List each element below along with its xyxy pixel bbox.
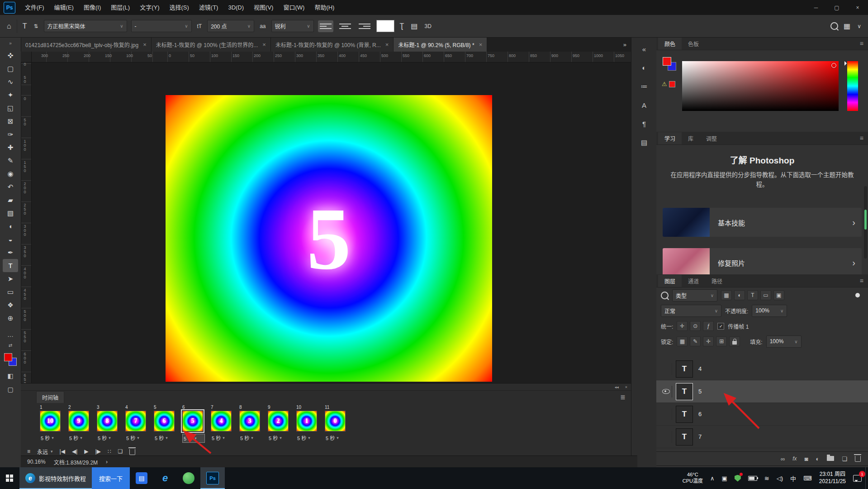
unify-style-icon[interactable]: ƒ: [703, 321, 714, 331]
menu-item-9[interactable]: 视图(V): [249, 0, 278, 15]
filter-type-icon[interactable]: T: [747, 290, 758, 300]
type-tool-preset-icon[interactable]: T: [21, 22, 28, 30]
timeline-frame-2[interactable]: 295 秒▾: [68, 405, 91, 443]
convert-timeline-icon[interactable]: ≡: [27, 448, 30, 455]
quick-selection-tool[interactable]: ✦: [3, 88, 18, 101]
timeline-frame-3[interactable]: 385 秒▾: [97, 405, 119, 443]
layers-tab-1[interactable]: 图层: [658, 275, 682, 287]
propagate-frame-checkbox[interactable]: ✓: [717, 323, 724, 330]
text-color-swatch[interactable]: [376, 20, 394, 32]
frame-thumbnail[interactable]: 1: [296, 411, 317, 431]
swap-colors-icon[interactable]: ⇄: [9, 343, 12, 348]
unify-position-icon[interactable]: ✛: [677, 321, 688, 331]
touch-keyboard-icon[interactable]: ⌨: [800, 467, 816, 489]
clone-stamp-tool[interactable]: ◉: [3, 167, 18, 180]
tween-button[interactable]: ∷: [108, 448, 111, 455]
antialias-select[interactable]: 锐利: [271, 20, 314, 32]
horizontal-ruler[interactable]: 3002502001501005005010015020025030035040…: [21, 52, 631, 62]
delete-frame-button[interactable]: [129, 449, 135, 455]
fill-select[interactable]: 100%: [766, 336, 802, 348]
timeline-frame-9[interactable]: 925 秒▾: [268, 405, 290, 443]
learn-card-2[interactable]: 修复照片›: [663, 248, 862, 275]
lock-all-icon[interactable]: [729, 336, 740, 346]
3d-button[interactable]: 3D: [423, 23, 432, 29]
timeline-collapse-icon[interactable]: ◂◂: [615, 385, 619, 389]
align-center-button[interactable]: [337, 20, 353, 32]
rectangle-tool[interactable]: ▭: [3, 285, 18, 298]
collapse-toolbar-icon[interactable]: »: [9, 37, 12, 49]
saturation-brightness-field[interactable]: [682, 61, 839, 111]
document-tab-2[interactable]: 未标题-1-恢复的 @ 100% (生活的世界的...×: [152, 37, 271, 52]
menu-item-2[interactable]: 编辑(E): [49, 0, 79, 15]
layer-thumbnail[interactable]: T: [676, 360, 693, 378]
timeline-frame-10[interactable]: 1015 秒▾: [296, 405, 319, 443]
menu-item-6[interactable]: 选择(S): [164, 0, 194, 15]
layer-visibility-toggle[interactable]: [660, 431, 672, 443]
security-tray-icon[interactable]: [731, 467, 745, 489]
filter-smartobject-icon[interactable]: ▣: [773, 290, 784, 300]
menu-item-10[interactable]: 窗口(W): [278, 0, 309, 15]
eraser-tool[interactable]: ▰: [3, 193, 18, 206]
adjustment-layer-icon[interactable]: ◐: [816, 455, 819, 462]
tab-close-icon[interactable]: ×: [143, 41, 147, 48]
hue-slider[interactable]: [847, 61, 858, 111]
search-icon[interactable]: [830, 22, 838, 30]
frame-thumbnail[interactable]: 9: [68, 411, 89, 431]
foreground-color-swatch[interactable]: [4, 353, 12, 361]
align-left-button[interactable]: [318, 20, 333, 32]
timeline-frame-4[interactable]: 475 秒▾: [125, 405, 148, 443]
learn-tab-2[interactable]: 库: [682, 132, 700, 144]
frame-duration-select[interactable]: 5 秒▾: [268, 434, 290, 442]
filter-shape-icon[interactable]: ▭: [760, 290, 771, 300]
gamut-color-swatch[interactable]: [669, 81, 675, 87]
quick-mask-icon[interactable]: ◧: [7, 372, 13, 379]
properties-panel-icon[interactable]: ≔: [641, 82, 648, 91]
timeline-frame-11[interactable]: 1105 秒▾: [325, 405, 347, 443]
opacity-select[interactable]: 100%: [752, 305, 787, 317]
zoom-tool[interactable]: ⊕: [3, 312, 18, 325]
menu-item-7[interactable]: 滤镜(T): [194, 0, 223, 15]
filter-toggle[interactable]: [855, 293, 860, 297]
layers-tab-menu-icon[interactable]: ≡: [860, 277, 863, 284]
lock-transparent-icon[interactable]: ▦: [677, 336, 688, 346]
layer-thumbnail[interactable]: T: [676, 383, 693, 400]
restore-button[interactable]: ▢: [826, 0, 847, 15]
new-group-icon[interactable]: [827, 455, 834, 462]
frame-duration-select[interactable]: 5 秒▾: [97, 434, 119, 442]
menu-item-5[interactable]: 文字(Y): [135, 0, 164, 15]
healing-brush-tool[interactable]: ✚: [3, 141, 18, 154]
menu-item-8[interactable]: 3D(D): [223, 0, 249, 15]
filter-adjustment-icon[interactable]: ◐: [734, 290, 745, 300]
timeline-close-icon[interactable]: ×: [625, 385, 627, 389]
layer-row-4[interactable]: T4: [656, 358, 868, 380]
path-selection-tool[interactable]: ➤: [3, 272, 18, 285]
expand-panels-icon[interactable]: «: [642, 45, 646, 53]
font-style-select[interactable]: -: [131, 20, 192, 32]
type-tool[interactable]: T: [3, 259, 18, 272]
libraries-panel-icon[interactable]: ▤: [641, 139, 647, 147]
frame-thumbnail[interactable]: 8: [97, 411, 118, 431]
frame-thumbnail[interactable]: 0: [325, 411, 346, 431]
frame-thumbnail[interactable]: 6: [154, 411, 175, 431]
frame-duration-select[interactable]: 5 秒▾: [125, 434, 148, 442]
menu-item-11[interactable]: 帮助(H): [309, 0, 339, 15]
layers-tab-3[interactable]: 路径: [705, 275, 729, 287]
first-frame-button[interactable]: |◀: [60, 448, 65, 455]
frame-tool[interactable]: ⊠: [3, 115, 18, 128]
frame-thumbnail[interactable]: 2: [268, 411, 289, 431]
blur-tool[interactable]: ◖: [3, 220, 18, 233]
lock-artboard-icon[interactable]: ⊞: [716, 336, 727, 346]
layer-thumbnail[interactable]: T: [676, 428, 693, 446]
timeline-frame-1[interactable]: 1105 秒▾: [40, 405, 62, 443]
loop-count-select[interactable]: 永远 ▾: [37, 448, 53, 455]
ime-indicator[interactable]: 中: [787, 467, 800, 489]
tab-close-icon[interactable]: ×: [385, 41, 389, 48]
gradient-tool[interactable]: ▧: [3, 206, 18, 220]
font-family-select[interactable]: 方正相黑宋简体: [44, 20, 127, 32]
timeline-frame-5[interactable]: 565 秒▾: [154, 405, 176, 443]
next-frame-button[interactable]: |▶: [95, 448, 101, 455]
adjustments-panel-icon[interactable]: ◐: [642, 64, 646, 72]
tab-close-icon[interactable]: ×: [479, 41, 483, 48]
frame-duration-select[interactable]: 5 秒▾: [325, 434, 347, 442]
blend-mode-select[interactable]: 正常: [661, 305, 721, 317]
